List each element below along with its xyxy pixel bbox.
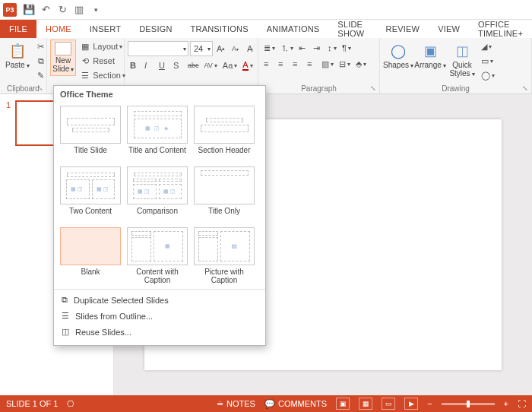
slides-from-outline-menu[interactable]: ☰Slides from Outline... [54, 308, 265, 324]
new-slide-icon [55, 42, 71, 55]
new-slide-gallery: Office Theme Title Slide ▦ ◫ ◈ Title and… [53, 85, 266, 346]
fill-icon: ◢ [481, 42, 487, 52]
ribbon-tabs: FILE HOME INSERT DESIGN TRANSITIONS ANIM… [0, 20, 532, 38]
shapes-icon: ◯ [388, 42, 409, 60]
layout-blank[interactable]: Blank [57, 224, 124, 289]
new-slide-button[interactable]: New Slide▾ [50, 40, 76, 76]
arrange-icon: ▣ [420, 42, 441, 60]
increase-indent-button[interactable]: ⇥ [311, 41, 325, 55]
qat-start-icon[interactable]: ▥ [71, 2, 87, 17]
layout-title-slide[interactable]: Title Slide [57, 103, 124, 163]
comments-button[interactable]: 💬COMMENTS [264, 399, 327, 409]
group-drawing: ◯ Shapes▾ ▣ Arrange▾ ◫ Quick Styles▾ ◢▾ … [380, 38, 532, 93]
app-icon: P3 [3, 3, 17, 17]
tab-animations[interactable]: ANIMATIONS [258, 20, 329, 38]
drawing-launcher-icon[interactable]: ⤡ [522, 84, 530, 92]
sorter-view-button[interactable]: ▦ [359, 398, 372, 410]
shape-fill-button[interactable]: ◢▾ [479, 40, 497, 53]
zoom-in-button[interactable]: + [504, 399, 508, 408]
qat-customize-icon[interactable]: ▾ [88, 2, 103, 17]
notes-button[interactable]: ≐NOTES [217, 399, 255, 409]
smartart-button[interactable]: ⬘▾ [353, 57, 369, 71]
tab-file[interactable]: FILE [0, 20, 36, 38]
bold-button[interactable]: B [128, 59, 141, 72]
justify-button[interactable]: ≡ [305, 57, 318, 71]
shadow-button[interactable]: S [171, 59, 185, 72]
tab-insert[interactable]: INSERT [81, 20, 130, 38]
char-spacing-button[interactable]: AV▾ [202, 59, 220, 72]
qat-undo-icon[interactable]: ↶ [38, 2, 53, 17]
reuse-slides-menu[interactable]: ◫Reuse Slides... [54, 324, 265, 340]
quick-styles-button[interactable]: ◫ Quick Styles▾ [447, 40, 477, 81]
tab-slideshow[interactable]: SLIDE SHOW [328, 20, 376, 38]
numbering-button[interactable]: ⒈▾ [278, 41, 296, 55]
tab-review[interactable]: REVIEW [377, 20, 429, 38]
strike-button[interactable]: abc [185, 59, 201, 72]
tab-office-timeline[interactable]: OFFICE TIMELINE+ [469, 20, 532, 38]
tab-design[interactable]: DESIGN [130, 20, 181, 38]
effects-icon: ◯ [481, 71, 490, 81]
slide-counter: SLIDE 1 OF 1 [6, 399, 58, 408]
layout-button[interactable]: ▦Layout▾ [78, 40, 128, 53]
columns-button[interactable]: ▥▾ [319, 57, 336, 71]
tab-transitions[interactable]: TRANSITIONS [182, 20, 258, 38]
qat-save-icon[interactable]: 💾 [21, 2, 36, 17]
underline-button[interactable]: U [157, 59, 170, 72]
bullets-button[interactable]: ≣▾ [261, 41, 277, 55]
tab-home[interactable]: HOME [36, 20, 81, 38]
line-spacing-button[interactable]: ↕▾ [325, 41, 339, 55]
align-center-button[interactable]: ≡ [276, 57, 290, 71]
layout-section-header[interactable]: Section Header [191, 103, 258, 163]
comments-icon: 💬 [264, 399, 275, 409]
zoom-slider[interactable] [442, 403, 495, 405]
group-paragraph-label: Paragraph [261, 83, 376, 93]
brush-icon: ✎ [36, 70, 46, 81]
qat-redo-icon[interactable]: ↻ [55, 2, 70, 17]
layout-comparison[interactable]: ▦◫▦◫ Comparison [124, 163, 191, 224]
section-button[interactable]: ☰Section▾ [78, 68, 128, 82]
notes-icon: ≐ [217, 399, 223, 409]
slideshow-view-button[interactable]: ▶ [404, 398, 418, 410]
paste-button[interactable]: 📋 Paste▾ [3, 40, 32, 72]
text-direction-button[interactable]: ¶▾ [340, 41, 353, 55]
font-color-button[interactable]: A▾ [240, 59, 255, 72]
change-case-button[interactable]: Aa▾ [220, 59, 239, 72]
gallery-header: Office Theme [54, 86, 265, 103]
layout-content-caption[interactable]: ▦ Content with Caption [124, 224, 191, 289]
grow-font-button[interactable]: A▴ [214, 42, 228, 55]
font-family-combo[interactable]: ▾ [128, 41, 188, 56]
paragraph-launcher-icon[interactable]: ⤡ [370, 84, 378, 92]
language-indicator[interactable]: ⎔ [67, 399, 74, 409]
duplicate-slides-menu[interactable]: ⧉Duplicate Selected Slides [54, 292, 265, 308]
decrease-indent-button[interactable]: ⇤ [296, 41, 310, 55]
fit-to-window-button[interactable]: ⛶ [518, 399, 526, 408]
shapes-button[interactable]: ◯ Shapes▾ [383, 40, 413, 72]
layout-title-only[interactable]: Title Only [191, 163, 258, 224]
tab-view[interactable]: VIEW [429, 20, 469, 38]
clipboard-launcher-icon[interactable]: ⤡ [37, 84, 45, 92]
align-right-button[interactable]: ≡ [290, 57, 304, 71]
arrange-button[interactable]: ▣ Arrange▾ [415, 40, 445, 72]
shrink-font-button[interactable]: A▾ [230, 42, 243, 55]
align-left-button[interactable]: ≡ [261, 57, 275, 71]
layout-picture-caption[interactable]: 🖼 Picture with Caption [191, 224, 258, 289]
shape-effects-button[interactable]: ◯▾ [479, 68, 497, 82]
duplicate-icon: ⧉ [62, 295, 68, 305]
zoom-out-button[interactable]: − [427, 399, 432, 408]
align-text-button[interactable]: ⊟▾ [337, 57, 353, 71]
outline-icon: ▭ [481, 56, 489, 66]
shape-outline-button[interactable]: ▭▾ [479, 54, 497, 68]
italic-button[interactable]: I [142, 59, 156, 72]
section-icon: ☰ [80, 70, 90, 81]
reading-view-button[interactable]: ▭ [382, 398, 395, 410]
font-size-combo[interactable]: 24▾ [190, 41, 213, 56]
clear-format-button[interactable]: A̶ [245, 42, 258, 55]
normal-view-button[interactable]: ▣ [336, 398, 350, 410]
reset-button[interactable]: ⟲Reset [78, 54, 128, 68]
quick-styles-icon: ◫ [451, 42, 473, 60]
new-slide-label: New Slide▾ [52, 56, 74, 74]
layout-two-content[interactable]: ▦◫▦◫ Two Content [57, 163, 124, 224]
group-paragraph: ≣▾ ⒈▾ ⇤ ⇥ ↕▾ ¶▾ ≡ ≡ ≡ ≡ ▥▾ ⊟▾ ⬘▾ Paragra… [258, 38, 380, 93]
layout-title-content[interactable]: ▦ ◫ ◈ Title and Content [124, 103, 191, 163]
scissors-icon: ✂ [36, 41, 46, 52]
